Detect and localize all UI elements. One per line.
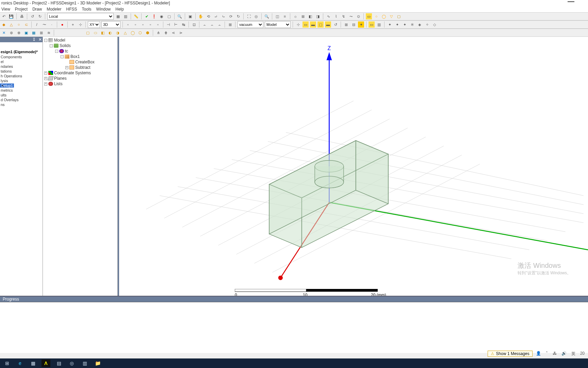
rotate-icon[interactable]: ↻ bbox=[235, 13, 241, 19]
save-icon[interactable]: 💾 bbox=[8, 13, 14, 19]
tree-box1[interactable]: - Box1 bbox=[43, 54, 117, 59]
menu-view[interactable]: View bbox=[1, 7, 10, 12]
yellow-t-icon[interactable]: ▽ bbox=[388, 13, 394, 19]
menu-hfss[interactable]: HFSS bbox=[66, 7, 77, 12]
shape-icon[interactable]: ○ bbox=[16, 21, 22, 28]
tool-icon[interactable]: ◨ bbox=[315, 13, 321, 19]
point-icon[interactable]: · bbox=[49, 21, 55, 28]
tool-icon[interactable]: ⊹ bbox=[295, 21, 301, 28]
tree-subtract[interactable]: + Subtract bbox=[43, 65, 117, 70]
tool-icon[interactable]: ⤳ bbox=[348, 13, 354, 19]
fit-icon[interactable]: ◎ bbox=[253, 13, 259, 19]
tool-icon[interactable]: ◧ bbox=[307, 13, 313, 19]
taskbar[interactable]: ⊞ e ▦ Λ ▤ ◎ ▥ 📁 bbox=[0, 358, 588, 368]
menu-help[interactable]: Help bbox=[115, 7, 124, 12]
tool-icon[interactable]: ◇ bbox=[431, 21, 438, 28]
tool-icon[interactable]: ✦ bbox=[358, 21, 364, 28]
proj-item[interactable]: ns bbox=[0, 102, 43, 107]
expand-icon[interactable]: + bbox=[44, 77, 47, 80]
shape-icon[interactable]: ◆ bbox=[1, 21, 7, 28]
tool-icon[interactable]: ※ bbox=[409, 21, 415, 28]
tree-cs[interactable]: + Coordinate Systems bbox=[43, 70, 117, 76]
tool-icon[interactable]: ✦ bbox=[387, 21, 393, 28]
tool-icon[interactable]: ≋ bbox=[46, 30, 52, 36]
solid-icon[interactable]: ▦ bbox=[31, 30, 37, 36]
tool-icon[interactable]: ⊙ bbox=[355, 13, 361, 19]
tool-icon[interactable]: ∿ bbox=[325, 13, 331, 19]
yellow-icon[interactable]: ▭ bbox=[303, 21, 309, 28]
proj-item[interactable]: metrics bbox=[0, 88, 43, 93]
chevron-up-icon[interactable]: ˄ bbox=[546, 351, 548, 357]
yellow-o-icon[interactable]: ○ bbox=[373, 13, 379, 19]
tool-icon[interactable]: ⊡ bbox=[191, 21, 197, 28]
tool-icon[interactable]: ▫ bbox=[132, 21, 138, 28]
zoom-icon[interactable]: 🔍 bbox=[177, 13, 183, 19]
app-icon[interactable]: ◎ bbox=[67, 359, 76, 367]
tool-icon[interactable]: ⊢ bbox=[173, 21, 179, 28]
app-icon[interactable]: ▤ bbox=[54, 359, 63, 367]
align-icon[interactable]: ⫠ bbox=[216, 21, 223, 28]
tool-icon[interactable]: ◉ bbox=[159, 13, 165, 19]
menu-tools[interactable]: Tools bbox=[82, 7, 92, 12]
tool-icon[interactable]: ⋕ bbox=[163, 30, 169, 36]
ime-indicator[interactable]: 英 bbox=[571, 351, 575, 357]
tray-icon[interactable]: 👤 bbox=[536, 351, 541, 357]
app-icon[interactable]: ▥ bbox=[80, 359, 89, 367]
collapse-icon[interactable]: - bbox=[55, 50, 58, 53]
tool-icon[interactable]: ◫ bbox=[274, 13, 280, 19]
expand-icon[interactable]: + bbox=[44, 82, 47, 86]
tool-icon[interactable]: ▫ bbox=[140, 21, 146, 28]
tool-icon[interactable]: ↺ bbox=[332, 21, 339, 28]
shape-icon[interactable]: ⊂ bbox=[23, 21, 29, 28]
collapse-icon[interactable]: - bbox=[50, 44, 53, 47]
tool-icon[interactable]: ≡ bbox=[282, 13, 288, 19]
network-icon[interactable]: 🖧 bbox=[553, 351, 557, 357]
pan-icon[interactable]: ✋ bbox=[198, 13, 204, 19]
tool-icon[interactable]: ▥ bbox=[376, 21, 382, 28]
cyl-icon[interactable]: ⬭ bbox=[92, 30, 98, 36]
tool-icon[interactable]: ▦ bbox=[115, 13, 121, 19]
menu-window[interactable]: Window bbox=[96, 7, 111, 12]
tool-icon[interactable]: ⊞ bbox=[227, 21, 233, 28]
volume-icon[interactable]: 🔊 bbox=[561, 351, 567, 357]
tool-icon[interactable]: ⌇ bbox=[333, 13, 339, 19]
minimize-icon[interactable] bbox=[568, 1, 574, 2]
undo-icon[interactable]: ↶ bbox=[1, 13, 7, 19]
tool-icon[interactable]: ▥ bbox=[122, 13, 129, 19]
shape-icon[interactable]: ⬢ bbox=[145, 30, 151, 36]
viewmode-select[interactable]: Model bbox=[265, 21, 291, 28]
expand-icon[interactable]: + bbox=[44, 72, 47, 75]
rotate-icon[interactable]: ⤿ bbox=[220, 13, 226, 19]
proj-item[interactable]: el bbox=[0, 59, 43, 64]
tool-icon[interactable]: ⋗ bbox=[178, 30, 184, 36]
material-select[interactable]: vacuum bbox=[238, 21, 263, 28]
shape-icon[interactable]: ◐ bbox=[107, 30, 113, 36]
tool-icon[interactable]: ⋖ bbox=[170, 30, 176, 36]
tool-icon[interactable]: ▢ bbox=[166, 13, 172, 19]
shape-icon[interactable]: △ bbox=[122, 30, 128, 36]
tree-planes[interactable]: + Planes bbox=[43, 76, 117, 81]
fit-icon[interactable]: ⛶ bbox=[246, 13, 252, 19]
shape-icon[interactable]: ◑ bbox=[115, 30, 121, 36]
shape-icon[interactable]: ◧ bbox=[100, 30, 106, 36]
menu-modeler[interactable]: Modeler bbox=[47, 7, 61, 12]
tool-icon[interactable]: ▣ bbox=[187, 13, 193, 19]
proj-item[interactable]: Components bbox=[0, 55, 43, 59]
tool-icon[interactable]: ⊞ bbox=[300, 13, 306, 19]
tree-lists[interactable]: + Lists bbox=[43, 81, 117, 87]
align-icon[interactable]: ⫠ bbox=[201, 21, 208, 28]
light-icon[interactable]: ☼ bbox=[292, 13, 298, 19]
mode-select[interactable]: 3D bbox=[101, 21, 120, 28]
menu-project[interactable]: Project bbox=[15, 7, 28, 12]
yellow-box-icon[interactable]: ▭ bbox=[366, 13, 372, 19]
ansys-icon[interactable]: Λ bbox=[42, 359, 50, 367]
plane-select[interactable]: XY bbox=[88, 21, 100, 28]
measure-icon[interactable]: 📏 bbox=[133, 13, 139, 19]
red-dot-icon[interactable]: ● bbox=[59, 21, 65, 28]
close-icon[interactable]: ✕ bbox=[38, 37, 42, 42]
tool-icon[interactable]: ⊣ bbox=[165, 21, 172, 28]
tool-icon[interactable]: ↯ bbox=[340, 13, 346, 19]
explorer-icon[interactable]: 📁 bbox=[93, 359, 102, 367]
tree-tc[interactable]: - tc bbox=[43, 48, 117, 54]
tool-icon[interactable]: ▭ bbox=[369, 21, 375, 28]
